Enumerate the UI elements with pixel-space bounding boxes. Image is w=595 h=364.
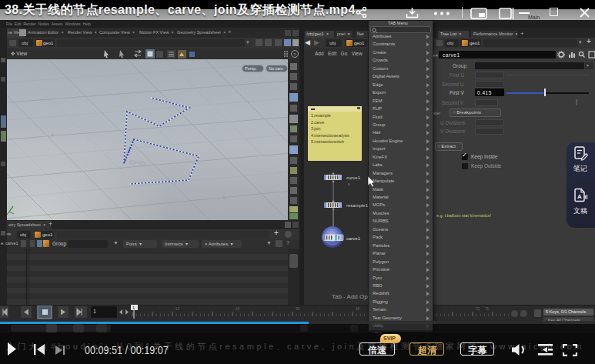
svg-text:carve1: carve1 bbox=[346, 236, 361, 241]
svg-text:75: 75 bbox=[485, 307, 490, 311]
svg-text:s: s bbox=[348, 182, 350, 186]
svg-text:24: 24 bbox=[236, 307, 240, 311]
svg-text:36: 36 bbox=[296, 307, 300, 311]
svg-text:L: L bbox=[223, 195, 226, 200]
svg-text:resample1: resample1 bbox=[346, 203, 369, 208]
svg-text:12: 12 bbox=[175, 307, 180, 311]
svg-text:72: 72 bbox=[476, 307, 480, 311]
svg-text:48: 48 bbox=[356, 307, 360, 311]
svg-text:?: ? bbox=[293, 52, 296, 57]
svg-text:A: A bbox=[577, 193, 582, 200]
svg-text:+: + bbox=[51, 132, 54, 137]
svg-text:curve1: curve1 bbox=[346, 175, 361, 180]
